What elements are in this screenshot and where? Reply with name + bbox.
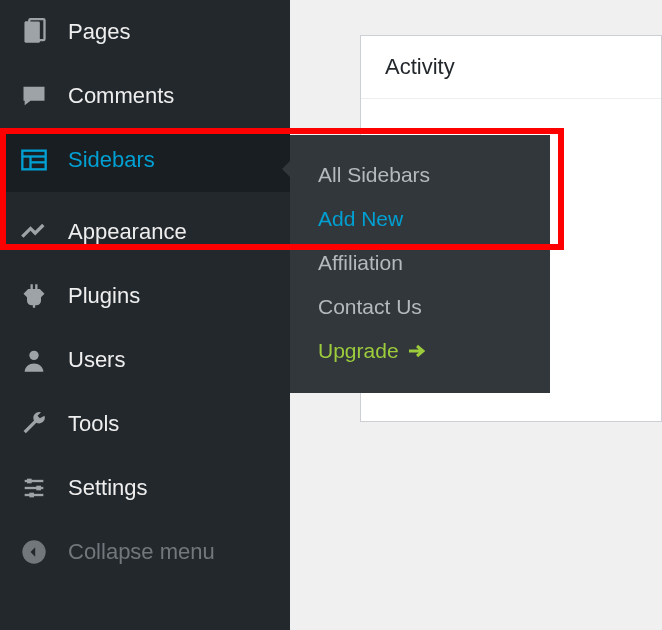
sidebar-item-label: Tools bbox=[68, 411, 119, 437]
submenu-item-add-new[interactable]: Add New bbox=[290, 197, 550, 241]
sidebar-item-plugins[interactable]: Plugins bbox=[0, 264, 290, 328]
sidebar-item-label: Comments bbox=[68, 83, 174, 109]
sidebar-item-label: Users bbox=[68, 347, 125, 373]
sidebar-item-label: Pages bbox=[68, 19, 130, 45]
submenu-item-contact-us[interactable]: Contact Us bbox=[290, 285, 550, 329]
sidebars-submenu: All Sidebars Add New Affiliation Contact… bbox=[290, 135, 550, 393]
collapse-icon bbox=[18, 536, 50, 568]
pages-icon bbox=[18, 16, 50, 48]
tools-icon bbox=[18, 408, 50, 440]
submenu-item-all-sidebars[interactable]: All Sidebars bbox=[290, 153, 550, 197]
svg-rect-12 bbox=[27, 479, 32, 484]
plugins-icon bbox=[18, 280, 50, 312]
comments-icon bbox=[18, 80, 50, 112]
panel-title: Activity bbox=[361, 36, 661, 99]
users-icon bbox=[18, 344, 50, 376]
sidebar-item-label: Plugins bbox=[68, 283, 140, 309]
svg-rect-13 bbox=[36, 486, 41, 491]
sidebar-item-label: Settings bbox=[68, 475, 148, 501]
admin-sidebar: Pages Comments Sidebars Appearance Plugi… bbox=[0, 0, 290, 630]
sidebar-item-label: Appearance bbox=[68, 219, 187, 245]
settings-icon bbox=[18, 472, 50, 504]
sidebar-item-pages[interactable]: Pages bbox=[0, 0, 290, 64]
sidebar-item-comments[interactable]: Comments bbox=[0, 64, 290, 128]
svg-rect-14 bbox=[29, 493, 34, 498]
sidebar-item-sidebars[interactable]: Sidebars bbox=[0, 128, 290, 192]
svg-point-8 bbox=[29, 351, 38, 360]
sidebar-item-appearance[interactable]: Appearance bbox=[0, 200, 290, 264]
collapse-label: Collapse menu bbox=[68, 539, 215, 565]
submenu-item-affiliation[interactable]: Affiliation bbox=[290, 241, 550, 285]
sidebars-icon bbox=[18, 144, 50, 176]
upgrade-label: Upgrade bbox=[318, 339, 399, 363]
collapse-menu-button[interactable]: Collapse menu bbox=[0, 520, 290, 584]
sidebar-item-tools[interactable]: Tools bbox=[0, 392, 290, 456]
svg-rect-3 bbox=[25, 22, 40, 43]
appearance-icon bbox=[18, 216, 50, 248]
submenu-item-upgrade[interactable]: Upgrade bbox=[290, 329, 550, 373]
sidebar-item-label: Sidebars bbox=[68, 147, 155, 173]
svg-rect-4 bbox=[22, 151, 45, 170]
arrow-right-icon bbox=[409, 339, 425, 363]
sidebar-item-settings[interactable]: Settings bbox=[0, 456, 290, 520]
sidebar-item-users[interactable]: Users bbox=[0, 328, 290, 392]
